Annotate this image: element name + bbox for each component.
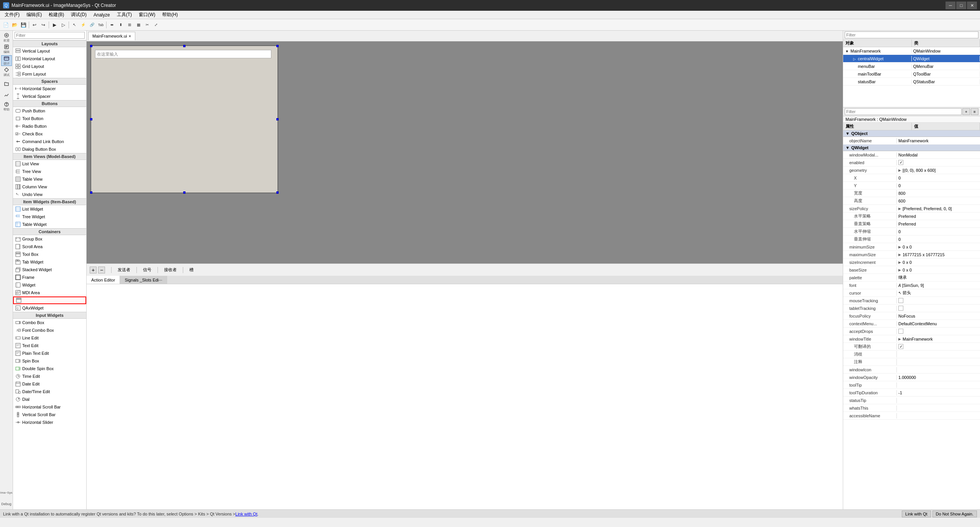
sidebar-item-projects[interactable] (1, 78, 12, 89)
toolbar-adjust-size[interactable]: ⤢ (152, 21, 160, 29)
palette-item-double-spin-box[interactable]: Double Spin Box (13, 365, 86, 372)
palette-item-spin-box[interactable]: Spin Box (13, 357, 86, 365)
tree-row-menubar[interactable]: menuBar QMenuBar (843, 63, 980, 70)
prop-checkbox-tablettracking[interactable] (898, 306, 903, 311)
prop-section-qobject[interactable]: ▼ QObject (843, 130, 980, 137)
tree-row-centralwidget[interactable]: ▷ centralWidget QWidget (843, 55, 980, 63)
add-signal-button[interactable]: + (90, 267, 97, 273)
palette-item-font-combo-box[interactable]: A Font Combo Box (13, 326, 86, 334)
toolbar-layout-h[interactable]: ⬌ (108, 21, 116, 29)
prop-filter-add-btn[interactable]: + (962, 108, 970, 115)
menu-tools[interactable]: 工具(T) (114, 11, 135, 19)
prop-row-windowtitle[interactable]: windowTitle ▶ MainFramework (843, 335, 980, 343)
palette-item-dial[interactable]: Dial (13, 395, 86, 403)
palette-item-horizontal-layout[interactable]: Horizontal Layout (13, 55, 86, 63)
sidebar-item-analyze[interactable] (1, 90, 12, 100)
menu-analyze[interactable]: Analyze (90, 11, 113, 19)
toolbar-save[interactable]: 💾 (19, 21, 28, 29)
status-link-qt[interactable]: Link with Qt (235, 512, 257, 516)
prop-row-translatable[interactable]: 可翻译的 (843, 343, 980, 351)
prop-row-objectname[interactable]: objectName MainFramework (843, 137, 980, 145)
window-controls[interactable]: ─ □ ✕ (946, 2, 977, 9)
menu-help[interactable]: 帮助(H) (159, 11, 181, 19)
prop-row-tooltip[interactable]: toolTip (843, 381, 980, 389)
palette-item-grid-layout[interactable]: Grid Layout (13, 63, 86, 70)
tree-row-mainframework[interactable]: ▼ MainFramework QMainWindow (843, 47, 980, 55)
palette-item-time-edit[interactable]: Time Edit (13, 372, 86, 380)
palette-item-combo-box[interactable]: Combo Box (13, 319, 86, 326)
toolbar-layout-v[interactable]: ⬍ (117, 21, 125, 29)
palette-item-stacked-widget[interactable]: Stacked Widget (13, 266, 86, 273)
palette-item-form-layout[interactable]: Form Layout (13, 70, 86, 78)
prop-row-mousetracking[interactable]: mouseTracking (843, 297, 980, 305)
sidebar-item-welcome[interactable]: 欢迎 (1, 32, 12, 43)
bottom-tab-signals-slots[interactable]: Signals _Slots Edi··· (120, 276, 167, 284)
sidebar-item-debug[interactable]: 调试 (1, 67, 12, 77)
canvas-form[interactable] (90, 45, 278, 193)
designer-tab-close[interactable]: × (128, 34, 131, 38)
palette-item-plain-text-edit[interactable]: Plain Text Edit (13, 349, 86, 357)
palette-item-column-view[interactable]: Column View (13, 183, 86, 191)
palette-item-vertical-layout[interactable]: Vertical Layout (13, 47, 86, 55)
palette-item-table-widget[interactable]: Table Widget (13, 221, 86, 228)
prop-row-height[interactable]: 高度 600 (843, 197, 980, 205)
palette-item-date-edit[interactable]: Date Edit (13, 380, 86, 388)
palette-item-scroll-area[interactable]: Scroll Area (13, 243, 86, 250)
palette-item-horizontal-scroll-bar[interactable]: Horizontal Scroll Bar (13, 403, 86, 411)
palette-item-tool-box[interactable]: Tool Box (13, 250, 86, 258)
toolbar-widget-edit[interactable]: ↖ (70, 21, 79, 29)
toolbar-undo[interactable]: ↩ (30, 21, 39, 29)
toolbar-signal-slot[interactable]: ⚡ (79, 21, 87, 29)
prop-row-hpolicy[interactable]: 水平策略 Preferred (843, 212, 980, 220)
prop-checkbox-enabled[interactable] (898, 160, 903, 165)
palette-item-command-link-button[interactable]: Command Link Button (13, 138, 86, 145)
palette-item-tree-view[interactable]: Tree View (13, 168, 86, 175)
prop-row-basesize[interactable]: baseSize ▶ 0 x 0 (843, 266, 980, 274)
prop-row-statustip[interactable]: statusTip (843, 397, 980, 404)
palette-item-undo-view[interactable]: Undo View (13, 191, 86, 198)
prop-row-vstretch[interactable]: 垂直伸缩 0 (843, 236, 980, 243)
menu-build[interactable]: 检建(B) (46, 11, 67, 19)
sidebar-item-design[interactable]: 设计 (1, 55, 12, 66)
palette-item-list-widget[interactable]: List Widget (13, 205, 86, 213)
palette-item-table-view[interactable]: Table View (13, 175, 86, 183)
prop-row-palette[interactable]: palette 继承 (843, 274, 980, 282)
menu-edit[interactable]: 编辑(E) (23, 11, 45, 19)
canvas-text-input[interactable] (95, 50, 271, 58)
prop-row-minsize[interactable]: minimumSize ▶ 0 x 0 (843, 243, 980, 251)
sidebar-item-help[interactable]: 帮助 (1, 101, 12, 112)
object-filter-input[interactable] (845, 31, 978, 38)
prop-row-tooltipduration[interactable]: toolTipDuration -1 (843, 389, 980, 397)
prop-row-focuspolicy[interactable]: focusPolicy NoFocus (843, 312, 980, 320)
prop-row-x[interactable]: X 0 (843, 174, 980, 182)
maximize-button[interactable]: □ (956, 2, 966, 9)
prop-row-comment[interactable]: 注释 (843, 358, 980, 366)
menu-file[interactable]: 文件(F) (2, 11, 23, 19)
prop-row-hstretch[interactable]: 水平伸缩 0 (843, 228, 980, 236)
menu-window[interactable]: 窗口(W) (136, 11, 158, 19)
sidebar-item-edit[interactable]: 编辑 (1, 44, 12, 54)
prop-checkbox-mousetracking[interactable] (898, 298, 903, 303)
menu-debug[interactable]: 调试(D) (68, 11, 90, 19)
prop-row-acceptdrops[interactable]: acceptDrops (843, 328, 980, 335)
prop-row-disambiguation[interactable]: 消歧 (843, 351, 980, 358)
minimize-button[interactable]: ─ (946, 2, 955, 9)
prop-row-cursor[interactable]: cursor ↖ 箭头 (843, 289, 980, 297)
tree-row-maintoolbar[interactable]: mainToolBar QToolBar (843, 70, 980, 78)
palette-item-radio-button[interactable]: Radio Button (13, 122, 86, 130)
prop-row-accessiblename[interactable]: accessibleName (843, 412, 980, 420)
palette-item-check-box[interactable]: Check Box (13, 130, 86, 138)
toolbar-run[interactable]: ▷ (59, 21, 67, 29)
palette-item-datetime-edit[interactable]: Date/Time Edit (13, 388, 86, 395)
palette-item-tree-widget[interactable]: Tree Widget (13, 213, 86, 221)
toolbar-break-layout[interactable]: ✂ (143, 21, 151, 29)
toolbar-tab-order[interactable]: Tab (97, 21, 105, 29)
do-not-show-button[interactable]: Do Not Show Again. (932, 511, 977, 517)
prop-section-qwidget[interactable]: ▼ QWidget (843, 145, 980, 151)
toolbar-redo[interactable]: ↪ (39, 21, 48, 29)
palette-item-text-edit[interactable]: Text Edit (13, 342, 86, 349)
toolbar-layout-grid[interactable]: ⊞ (125, 21, 134, 29)
close-button[interactable]: ✕ (967, 2, 977, 9)
prop-row-width[interactable]: 宽度 800 (843, 189, 980, 197)
prop-filter-input[interactable] (845, 108, 962, 115)
